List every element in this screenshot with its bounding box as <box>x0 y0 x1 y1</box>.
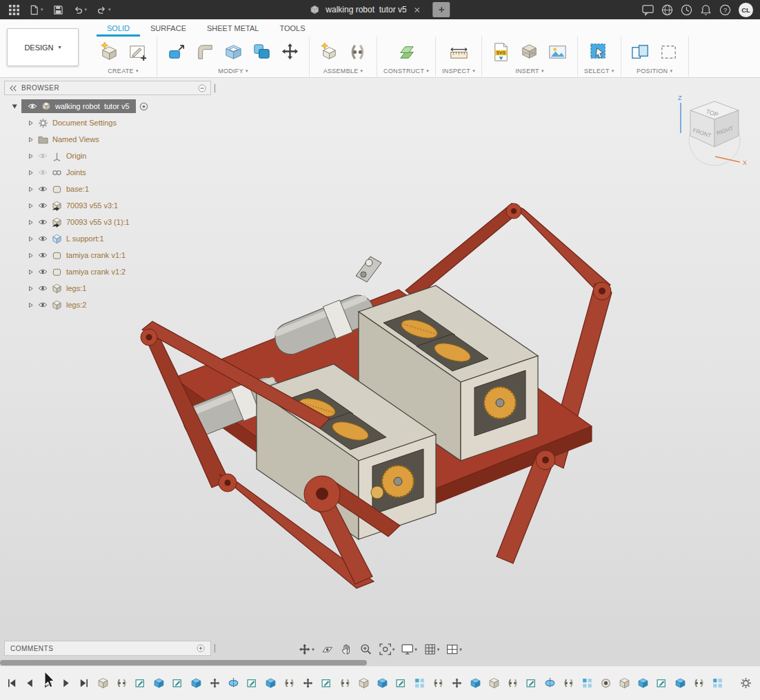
visibility-eye-icon[interactable] <box>38 186 48 192</box>
orbit-button[interactable]: ▾ <box>296 641 317 657</box>
timeline-feature-joint[interactable] <box>693 677 705 689</box>
visibility-eye-icon[interactable] <box>38 219 48 226</box>
group-label-inspect[interactable]: INSPECT▾ <box>442 68 475 74</box>
timeline-feature-sketch[interactable] <box>321 677 332 689</box>
tab-surface[interactable]: SURFACE <box>140 19 197 37</box>
collapse-all-icon[interactable] <box>198 84 206 92</box>
timeline-feature-extrude[interactable] <box>377 677 388 689</box>
grid-snaps-button[interactable]: ▾ <box>421 641 442 657</box>
activate-component-icon[interactable] <box>139 102 148 111</box>
new-tab-button[interactable] <box>433 2 450 17</box>
comments-icon[interactable] <box>642 0 654 19</box>
display-settings-button[interactable]: ▾ <box>399 641 419 657</box>
browser-item[interactable]: Joints <box>4 164 211 181</box>
canvas-button[interactable] <box>545 39 571 65</box>
select-button[interactable] <box>586 39 612 65</box>
timeline-feature-move[interactable] <box>302 677 314 689</box>
save-button[interactable] <box>50 0 67 19</box>
construction-plane-button[interactable] <box>393 39 419 65</box>
browser-root-pill[interactable]: walking robot tutor v5 <box>21 99 136 113</box>
timeline-feature-component[interactable] <box>358 677 370 689</box>
visibility-eye-icon[interactable] <box>38 235 48 242</box>
fit-button[interactable]: ▾ <box>377 641 397 657</box>
group-label-modify[interactable]: MODIFY▾ <box>218 68 248 74</box>
shell-button[interactable] <box>220 39 246 65</box>
create-sketch-button[interactable] <box>124 39 150 65</box>
tab-tools[interactable]: TOOLS <box>269 19 315 37</box>
expand-arrow-icon[interactable] <box>28 286 34 292</box>
timeline-feature-hole[interactable] <box>600 677 612 689</box>
timeline-feature-extrude[interactable] <box>470 677 481 689</box>
expand-arrow-icon[interactable] <box>28 186 34 192</box>
browser-item[interactable]: tamiya crank v1:1 <box>4 247 211 263</box>
go-to-start-button[interactable] <box>7 678 17 688</box>
timeline-feature-sketch[interactable] <box>172 677 183 689</box>
expand-arrow-icon[interactable] <box>28 170 34 176</box>
timeline-feature-component[interactable] <box>619 677 630 689</box>
new-solid-button[interactable] <box>96 39 122 65</box>
combine-button[interactable] <box>248 39 274 65</box>
workspace-menu-button[interactable]: DESIGN ▾ <box>7 28 79 66</box>
help-icon[interactable]: ? <box>719 0 731 19</box>
timeline-feature-pattern[interactable] <box>581 677 593 689</box>
visibility-eye-icon[interactable] <box>38 152 48 159</box>
capture-position-button[interactable] <box>628 39 654 65</box>
browser-item[interactable]: base:1 <box>4 181 211 197</box>
timeline-feature-extrude[interactable] <box>637 677 649 689</box>
expand-arrow-icon[interactable] <box>28 302 34 308</box>
expand-arrow-icon[interactable] <box>11 103 18 110</box>
timeline-feature-component[interactable] <box>97 677 109 689</box>
timeline-feature-sketch[interactable] <box>656 677 668 689</box>
browser-item[interactable]: tamiya crank v1:2 <box>4 263 211 280</box>
comments-panel[interactable]: COMMENTS <box>4 641 211 656</box>
expand-arrow-icon[interactable] <box>28 269 34 275</box>
timeline-feature-joint[interactable] <box>116 677 128 689</box>
browser-root-item[interactable]: walking robot tutor v5 <box>4 98 211 114</box>
group-label-create[interactable]: CREATE▾ <box>108 68 138 74</box>
visibility-eye-icon[interactable] <box>28 103 37 110</box>
panel-grip[interactable] <box>213 643 217 654</box>
tab-solid[interactable]: SOLID <box>97 19 140 37</box>
timeline-feature-move[interactable] <box>451 677 463 689</box>
viewports-button[interactable]: ▾ <box>443 641 464 657</box>
insert-svg-button[interactable]: SVG <box>488 39 514 65</box>
visibility-eye-icon[interactable] <box>38 252 48 259</box>
timeline-feature-joint[interactable] <box>563 677 574 689</box>
browser-item[interactable]: L support:1 <box>4 230 211 247</box>
timeline-feature-extrude[interactable] <box>190 677 202 689</box>
timeline-feature-joint[interactable] <box>432 677 444 689</box>
insert-mesh-button[interactable] <box>517 39 543 65</box>
look-at-button[interactable] <box>319 641 336 657</box>
user-avatar[interactable]: CL <box>739 3 753 17</box>
job-status-icon[interactable] <box>681 0 692 19</box>
pan-button[interactable] <box>338 641 355 657</box>
timeline-feature-extrude[interactable] <box>674 677 686 689</box>
visibility-eye-icon[interactable] <box>38 268 48 275</box>
joint-button[interactable] <box>344 39 370 65</box>
browser-item[interactable]: legs:2 <box>4 297 211 313</box>
timeline-feature-joint[interactable] <box>507 677 519 689</box>
revert-position-button[interactable] <box>656 39 682 65</box>
timeline-feature-extrude[interactable] <box>265 677 277 689</box>
measure-button[interactable] <box>446 39 472 65</box>
visibility-eye-icon[interactable] <box>38 169 48 176</box>
timeline-feature-sketch[interactable] <box>526 677 537 689</box>
group-label-select[interactable]: SELECT▾ <box>584 68 614 74</box>
timeline-settings-button[interactable] <box>732 677 760 689</box>
press-pull-button[interactable] <box>163 39 190 65</box>
step-back-button[interactable] <box>25 678 35 688</box>
group-label-insert[interactable]: INSERT▾ <box>515 68 543 74</box>
timeline-feature-pattern[interactable] <box>414 677 426 689</box>
expand-arrow-icon[interactable] <box>28 137 34 143</box>
expand-arrow-icon[interactable] <box>28 252 34 259</box>
timeline-feature-sketch[interactable] <box>246 677 258 689</box>
expand-arrow-icon[interactable] <box>28 120 34 126</box>
timeline-feature-sketch[interactable] <box>134 677 146 689</box>
notifications-icon[interactable] <box>700 0 712 19</box>
document-tab[interactable]: walking robot tutor v5 <box>310 0 450 19</box>
browser-item[interactable]: 70093 v55 v3 (1):1 <box>4 214 211 230</box>
new-component-button[interactable] <box>316 39 342 65</box>
web-status-icon[interactable] <box>661 0 673 19</box>
undo-button[interactable]: ▾ <box>70 0 91 19</box>
move-copy-button[interactable] <box>277 39 303 65</box>
